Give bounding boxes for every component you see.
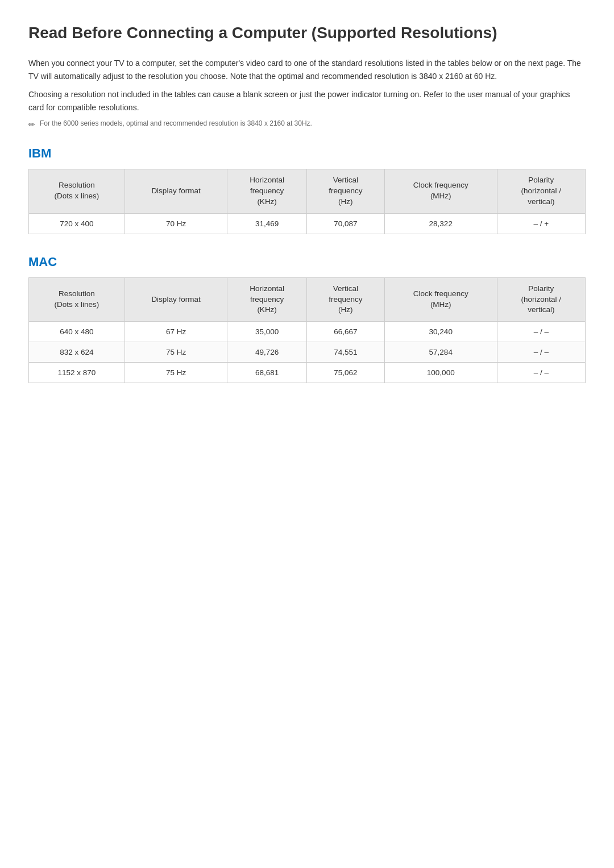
ibm-col-polarity: Polarity(horizontal /vertical) [497, 169, 585, 213]
cell-resolution: 1152 x 870 [29, 363, 125, 383]
cell-v-freq: 74,551 [306, 342, 384, 363]
cell-resolution: 832 x 624 [29, 342, 125, 363]
cell-clock: 57,284 [384, 342, 497, 363]
cell-polarity: – / + [497, 213, 585, 234]
ibm-table: Resolution(Dots x lines) Display format … [28, 169, 586, 234]
page-title: Read Before Connecting a Computer (Suppo… [28, 23, 586, 43]
mac-section: MAC Resolution(Dots x lines) Display for… [28, 255, 586, 384]
ibm-table-header-row: Resolution(Dots x lines) Display format … [29, 169, 586, 213]
cell-v-freq: 75,062 [306, 363, 384, 383]
cell-polarity: – / – [497, 342, 585, 363]
mac-col-display-format: Display format [125, 277, 227, 322]
note-icon: ✏ [28, 120, 35, 129]
cell-polarity: – / – [497, 363, 585, 383]
mac-table-header-row: Resolution(Dots x lines) Display format … [29, 277, 586, 322]
cell-resolution: 640 x 480 [29, 322, 125, 342]
table-row: 720 x 400 70 Hz 31,469 70,087 28,322 – /… [29, 213, 586, 234]
mac-col-h-freq: Horizontalfrequency(KHz) [227, 277, 306, 322]
ibm-col-resolution: Resolution(Dots x lines) [29, 169, 125, 213]
ibm-col-v-freq: Verticalfrequency(Hz) [306, 169, 384, 213]
mac-title: MAC [28, 255, 586, 269]
cell-clock: 100,000 [384, 363, 497, 383]
cell-display-format: 70 Hz [125, 213, 227, 234]
intro-paragraph-2: Choosing a resolution not included in th… [28, 88, 586, 114]
intro-paragraph-1: When you connect your TV to a computer, … [28, 57, 586, 82]
cell-h-freq: 68,681 [227, 363, 306, 383]
mac-col-clock: Clock frequency(MHz) [384, 277, 497, 322]
ibm-col-clock: Clock frequency(MHz) [384, 169, 497, 213]
cell-h-freq: 31,469 [227, 213, 306, 234]
mac-col-polarity: Polarity(horizontal /vertical) [497, 277, 585, 322]
mac-col-resolution: Resolution(Dots x lines) [29, 277, 125, 322]
note: ✏ For the 6000 series models, optimal an… [28, 119, 586, 129]
cell-display-format: 75 Hz [125, 363, 227, 383]
cell-v-freq: 66,667 [306, 322, 384, 342]
cell-polarity: – / – [497, 322, 585, 342]
mac-col-v-freq: Verticalfrequency(Hz) [306, 277, 384, 322]
cell-v-freq: 70,087 [306, 213, 384, 234]
table-row: 832 x 624 75 Hz 49,726 74,551 57,284 – /… [29, 342, 586, 363]
cell-resolution: 720 x 400 [29, 213, 125, 234]
table-row: 1152 x 870 75 Hz 68,681 75,062 100,000 –… [29, 363, 586, 383]
cell-clock: 30,240 [384, 322, 497, 342]
mac-table: Resolution(Dots x lines) Display format … [28, 277, 586, 384]
cell-h-freq: 35,000 [227, 322, 306, 342]
ibm-title: IBM [28, 146, 586, 161]
cell-h-freq: 49,726 [227, 342, 306, 363]
cell-display-format: 67 Hz [125, 322, 227, 342]
ibm-col-display-format: Display format [125, 169, 227, 213]
ibm-section: IBM Resolution(Dots x lines) Display for… [28, 146, 586, 234]
note-text: For the 6000 series models, optimal and … [40, 119, 312, 127]
cell-clock: 28,322 [384, 213, 497, 234]
ibm-col-h-freq: Horizontalfrequency(KHz) [227, 169, 306, 213]
table-row: 640 x 480 67 Hz 35,000 66,667 30,240 – /… [29, 322, 586, 342]
cell-display-format: 75 Hz [125, 342, 227, 363]
